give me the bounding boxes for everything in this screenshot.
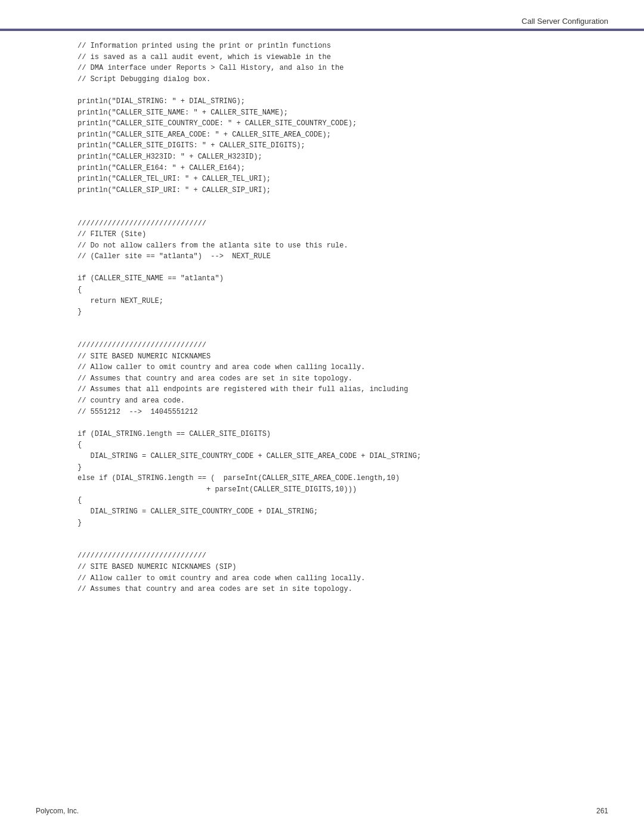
footer-page-number: 261 [596,807,608,815]
page-title: Call Server Configuration [522,17,608,26]
footer-company: Polycom, Inc. [36,807,79,815]
code-content: // Information printed using the print o… [78,41,608,595]
code-section: // Information printed using the print o… [78,41,608,595]
page-container: Call Server Configuration // Information… [0,0,644,833]
header-bar [0,29,644,31]
